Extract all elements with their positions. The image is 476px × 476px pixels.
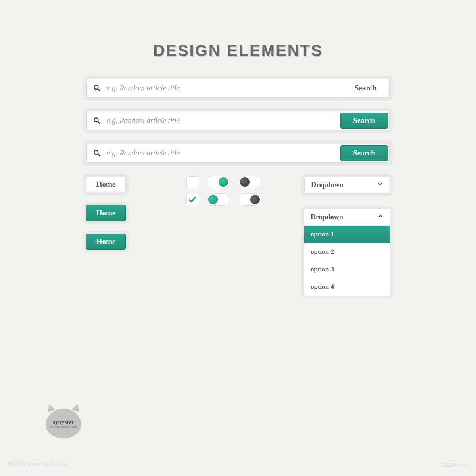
svg-point-2 — [94, 118, 98, 122]
search-icon — [87, 144, 107, 162]
search-input-3[interactable] — [107, 144, 339, 162]
logo-icon: synyster 3d, graphic & motion design — [46, 409, 81, 438]
brand-tagline: 3d, graphic & motion design — [50, 426, 77, 428]
watermark-left: 昵图网 www.nipic.com — [8, 461, 67, 468]
dropdown-closed-toggle[interactable]: Dropdown — [304, 177, 390, 194]
search-input-1[interactable] — [107, 79, 342, 97]
search-button-3[interactable]: Search — [340, 145, 388, 161]
toggle-2[interactable] — [238, 176, 262, 188]
search-input-2[interactable] — [107, 111, 339, 130]
svg-line-3 — [98, 122, 100, 124]
search-button-1[interactable]: Search — [342, 79, 389, 97]
svg-line-5 — [98, 154, 100, 156]
search-bar-3: Search — [83, 140, 393, 166]
dropdown-option-1[interactable]: option 1 — [304, 226, 390, 243]
home-button-teal-2-wrapper: Home — [83, 231, 129, 252]
chevron-up-icon — [377, 213, 384, 221]
svg-point-0 — [94, 85, 98, 89]
toggle-4[interactable] — [238, 193, 262, 206]
home-button-teal-1-wrapper: Home — [83, 202, 129, 224]
search-button-2[interactable]: Search — [340, 113, 388, 129]
brand-name: synyster — [53, 419, 74, 426]
search-bar-1: Search — [83, 75, 393, 101]
dropdown-open: Dropdown option 1 option 2 option 3 opti… — [301, 206, 393, 298]
dropdown-option-4[interactable]: option 4 — [304, 278, 390, 296]
dropdown-option-3[interactable]: option 3 — [304, 261, 390, 278]
svg-line-1 — [98, 89, 100, 91]
dropdown-open-toggle[interactable]: Dropdown — [304, 209, 390, 226]
home-button-white[interactable]: Home — [86, 177, 126, 192]
dropdown-closed: Dropdown — [301, 174, 393, 196]
search-icon — [87, 79, 107, 97]
brand-logo: synyster 3d, graphic & motion design — [46, 409, 81, 438]
watermark-right: 11298574 — [441, 461, 468, 468]
search-icon — [87, 111, 107, 130]
toggle-1[interactable] — [206, 176, 230, 188]
toggle-3[interactable] — [206, 193, 230, 206]
svg-point-4 — [94, 150, 98, 154]
page-title: DESIGN ELEMENTS — [83, 42, 393, 60]
search-bar-2: Search — [83, 108, 393, 133]
home-button-teal-1[interactable]: Home — [86, 205, 126, 221]
checkbox-checked[interactable] — [186, 194, 198, 205]
home-button-white-wrapper: Home — [83, 174, 129, 195]
dropdown-label: Dropdown — [311, 213, 343, 221]
checkbox-unchecked[interactable] — [186, 176, 198, 188]
home-button-teal-2[interactable]: Home — [86, 234, 126, 250]
chevron-down-icon — [377, 181, 383, 189]
dropdown-option-2[interactable]: option 2 — [304, 243, 390, 261]
dropdown-label: Dropdown — [311, 181, 344, 189]
